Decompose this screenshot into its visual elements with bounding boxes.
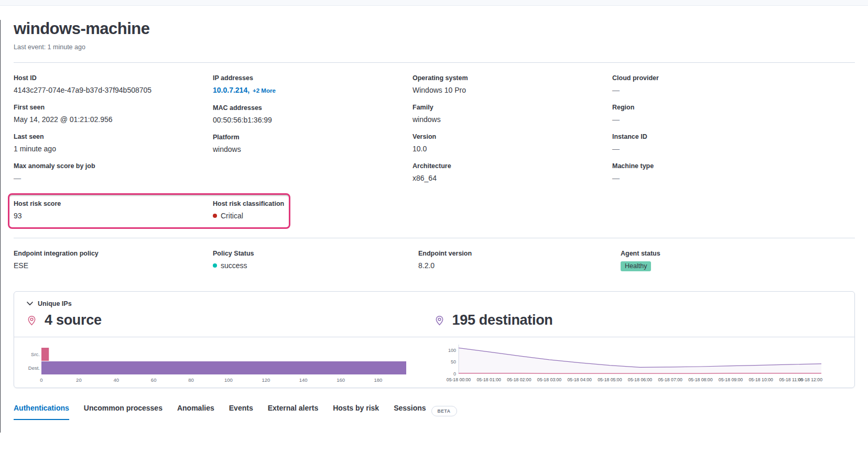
svg-text:05-18 02:00: 05-18 02:00 bbox=[507, 377, 531, 382]
svg-text:05-18 09:00: 05-18 09:00 bbox=[718, 377, 743, 382]
svg-text:20: 20 bbox=[76, 377, 82, 383]
critical-risk-dot-icon bbox=[213, 214, 217, 218]
svg-text:05-18 05:00: 05-18 05:00 bbox=[598, 377, 622, 382]
field-last-seen: Last seen 1 minute ago bbox=[14, 132, 213, 154]
field-machine-type: Machine type — bbox=[612, 162, 855, 184]
tab-authentications[interactable]: Authentications bbox=[14, 404, 69, 420]
success-status-dot-icon bbox=[213, 263, 217, 268]
field-platform: Platform windows bbox=[213, 133, 413, 155]
svg-text:05-18 10:00: 05-18 10:00 bbox=[748, 377, 773, 382]
overview-column-1: Host ID 4143c277-074e-47a9-b37d-37f94b50… bbox=[14, 74, 213, 191]
field-architecture: Architecture x86_64 bbox=[413, 162, 612, 184]
svg-text:0: 0 bbox=[453, 371, 455, 377]
host-detail-tabs: Authentications Uncommon processes Anoma… bbox=[14, 404, 855, 420]
host-risk-score-value: 93 bbox=[14, 211, 213, 222]
unique-ips-bar-chart: Src.Dest.020406080100120140160180 bbox=[27, 342, 428, 385]
tab-hosts-by-risk[interactable]: Hosts by risk bbox=[333, 404, 379, 419]
svg-text:Src.: Src. bbox=[31, 351, 40, 357]
svg-text:05-18 06:00: 05-18 06:00 bbox=[627, 377, 652, 382]
destination-ips-count: 195 destination bbox=[452, 312, 553, 328]
field-host-risk-score: Host risk score 93 bbox=[14, 200, 213, 222]
field-cloud-provider: Cloud provider — bbox=[612, 74, 855, 96]
tab-anomalies[interactable]: Anomalies bbox=[177, 404, 214, 419]
field-max-anomaly-score: Max anomaly score by job — bbox=[14, 162, 213, 184]
svg-text:05-18 00:00: 05-18 00:00 bbox=[446, 377, 471, 382]
host-overview-grid: Host ID 4143c277-074e-47a9-b37d-37f94b50… bbox=[14, 74, 855, 191]
tab-external-alerts[interactable]: External alerts bbox=[268, 404, 319, 419]
svg-text:100: 100 bbox=[224, 377, 233, 383]
svg-text:05-18 07:00: 05-18 07:00 bbox=[658, 377, 682, 382]
source-ips-count: 4 source bbox=[45, 312, 102, 328]
field-agent-status: Agent status Healthy bbox=[621, 249, 855, 271]
svg-text:180: 180 bbox=[374, 377, 383, 383]
ip-more-link[interactable]: +2 More bbox=[253, 87, 276, 94]
unique-ips-title: Unique IPs bbox=[38, 300, 72, 307]
unique-ips-time-chart: 05010005-18 00:0005-18 01:0005-18 02:000… bbox=[441, 342, 842, 385]
field-version: Version 10.0 bbox=[413, 132, 612, 154]
svg-text:05-18 04:00: 05-18 04:00 bbox=[567, 377, 592, 382]
field-family: Family windows bbox=[413, 103, 612, 125]
field-host-risk-classification: Host risk classification Critical bbox=[213, 200, 289, 222]
page-title: windows-machine bbox=[14, 20, 855, 38]
svg-text:Dest.: Dest. bbox=[28, 365, 40, 371]
field-endpoint-policy: Endpoint integration policy ESE bbox=[14, 249, 213, 271]
field-first-seen: First seen May 14, 2022 @ 01:21:02.956 bbox=[14, 103, 213, 125]
svg-text:140: 140 bbox=[299, 377, 308, 383]
svg-text:40: 40 bbox=[113, 377, 119, 383]
svg-text:160: 160 bbox=[337, 377, 345, 383]
overview-column-4: Cloud provider — Region — Instance ID — … bbox=[612, 74, 855, 191]
unique-ips-toggle[interactable]: Unique IPs bbox=[27, 300, 72, 307]
field-host-id: Host ID 4143c277-074e-47a9-b37d-37f94b50… bbox=[14, 74, 213, 96]
ip-address-link[interactable]: 10.0.7.214, bbox=[213, 86, 249, 94]
svg-text:60: 60 bbox=[151, 377, 157, 383]
host-risk-classification-value: Critical bbox=[221, 212, 243, 220]
field-instance-id: Instance ID — bbox=[612, 132, 855, 154]
divider bbox=[14, 238, 855, 238]
endpoint-info-grid: Endpoint integration policy ESE Policy S… bbox=[14, 249, 855, 279]
field-endpoint-version: Endpoint version 8.2.0 bbox=[418, 249, 621, 271]
svg-text:120: 120 bbox=[262, 377, 270, 383]
field-policy-status: Policy Status success bbox=[213, 249, 418, 271]
svg-text:80: 80 bbox=[188, 377, 194, 383]
panel-divider bbox=[14, 337, 854, 337]
tab-uncommon-processes[interactable]: Uncommon processes bbox=[84, 404, 162, 419]
svg-text:05-18 12:00: 05-18 12:00 bbox=[798, 377, 822, 382]
field-ip-addresses: IP addresses 10.0.7.214,+2 More bbox=[213, 74, 413, 96]
field-mac-addresses: MAC addresses 00:50:56:b1:36:99 bbox=[213, 104, 413, 126]
overview-column-3: Operating system Windows 10 Pro Family w… bbox=[413, 74, 612, 191]
healthy-status-badge: Healthy bbox=[621, 261, 651, 271]
unique-ips-counts: 4 source 195 destination bbox=[27, 312, 842, 328]
beta-badge: BETA bbox=[431, 406, 457, 416]
divider bbox=[14, 62, 855, 63]
unique-ips-panel: Unique IPs 4 source 195 destination bbox=[14, 291, 855, 388]
host-details-page: windows-machine Last event: 1 minute ago… bbox=[0, 0, 868, 453]
svg-text:0: 0 bbox=[40, 377, 42, 383]
svg-text:05-18 01:00: 05-18 01:00 bbox=[476, 377, 501, 382]
field-region: Region — bbox=[612, 103, 855, 125]
map-pin-icon bbox=[435, 315, 444, 326]
svg-text:05-18 03:00: 05-18 03:00 bbox=[537, 377, 561, 382]
svg-text:100: 100 bbox=[448, 348, 455, 353]
tab-sessions[interactable]: Sessions bbox=[394, 404, 426, 419]
tab-events[interactable]: Events bbox=[229, 404, 253, 419]
map-pin-icon bbox=[27, 315, 37, 326]
host-risk-highlight-box: Host risk score 93 Host risk classificat… bbox=[8, 193, 290, 229]
last-event-text: Last event: 1 minute ago bbox=[14, 43, 855, 51]
source-ips-stat: 4 source bbox=[27, 312, 435, 328]
overview-column-2: IP addresses 10.0.7.214,+2 More MAC addr… bbox=[213, 74, 413, 191]
svg-text:50: 50 bbox=[450, 359, 455, 364]
destination-ips-stat: 195 destination bbox=[435, 312, 842, 328]
browser-edge-strip bbox=[0, 0, 868, 6]
chevron-down-icon bbox=[27, 302, 33, 306]
field-operating-system: Operating system Windows 10 Pro bbox=[413, 74, 612, 96]
svg-text:05-18 08:00: 05-18 08:00 bbox=[688, 377, 713, 382]
